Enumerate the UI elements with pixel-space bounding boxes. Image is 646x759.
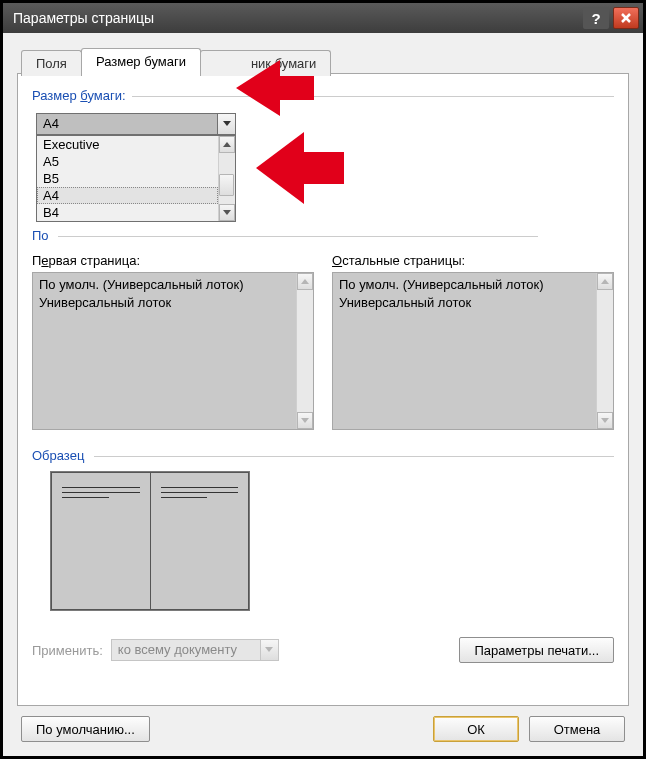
help-button[interactable]: ? [583, 7, 609, 29]
close-button[interactable] [613, 7, 639, 29]
scroll-down-button[interactable] [219, 204, 235, 221]
combo-option[interactable]: B5 [37, 170, 218, 187]
paper-size-dropdown-list[interactable]: Executive A5 B5 A4 B4 [36, 135, 236, 222]
other-pages-listbox[interactable]: По умолч. (Универсальный лоток) Универса… [332, 272, 614, 430]
svg-marker-8 [301, 418, 309, 423]
preview-page-right [150, 472, 250, 610]
ok-button[interactable]: ОК [433, 716, 519, 742]
combo-option[interactable]: B4 [37, 204, 218, 221]
chevron-down-icon [223, 210, 231, 216]
svg-marker-11 [265, 647, 273, 652]
scroll-up-button[interactable] [297, 273, 313, 290]
tab-margins[interactable]: Поля [21, 50, 82, 76]
sample-preview [50, 471, 250, 611]
sample-group: Образец [32, 448, 614, 463]
paper-size-value: A4 [37, 114, 217, 134]
tab-pane: Размер бумаги: A4 Executive A5 B5 A4 B4 [17, 73, 629, 706]
scroll-thumb[interactable] [219, 174, 234, 196]
chevron-up-icon [301, 279, 309, 285]
paper-size-label: Размер бумаги: [32, 88, 126, 103]
chevron-down-icon [601, 418, 609, 424]
annotation-arrow-icon [256, 132, 344, 204]
paper-source-columns: Первая страница: По умолч. (Универсальны… [32, 253, 614, 430]
combo-option[interactable]: Executive [37, 136, 218, 153]
apply-to-combo: ко всему документу [111, 639, 279, 661]
first-page-label: Первая страница: [32, 253, 314, 268]
list-item[interactable]: Универсальный лоток [39, 294, 290, 312]
preview-page-left [51, 472, 150, 610]
page-setup-dialog: Параметры страницы ? Поля Размер бумаги … [2, 2, 644, 757]
svg-marker-5 [223, 142, 231, 147]
apply-to-label: Применить: [32, 643, 103, 658]
svg-marker-2 [236, 60, 314, 116]
tab-paper-size[interactable]: Размер бумаги [81, 48, 201, 74]
list-item[interactable]: Универсальный лоток [339, 294, 590, 312]
scroll-up-button[interactable] [219, 136, 235, 153]
listbox-scrollbar[interactable] [596, 273, 613, 429]
paper-size-combo[interactable]: A4 [36, 113, 236, 135]
scroll-up-button[interactable] [597, 273, 613, 290]
dialog-content: Поля Размер бумаги ник бумаги Размер бум… [3, 33, 643, 756]
close-icon [620, 12, 632, 24]
scroll-down-button[interactable] [297, 412, 313, 429]
chevron-down-icon [223, 121, 231, 127]
other-pages-label: Остальные страницы: [332, 253, 614, 268]
dialog-button-row: По умолчанию... ОК Отмена [17, 706, 629, 746]
list-item[interactable]: По умолч. (Универсальный лоток) [39, 276, 290, 294]
annotation-arrow-icon [236, 60, 314, 118]
combo-option-selected[interactable]: A4 [37, 187, 218, 204]
dropdown-scrollbar[interactable] [218, 136, 235, 221]
svg-marker-7 [301, 279, 309, 284]
svg-marker-9 [601, 279, 609, 284]
tab-strip: Поля Размер бумаги ник бумаги [21, 47, 629, 73]
window-title: Параметры страницы [13, 10, 583, 26]
paper-size-group: Размер бумаги: [32, 88, 614, 103]
chevron-down-icon [301, 418, 309, 424]
apply-to-value: ко всему документу [112, 640, 260, 660]
defaults-button[interactable]: По умолчанию... [21, 716, 150, 742]
svg-marker-4 [223, 121, 231, 126]
listbox-scrollbar[interactable] [296, 273, 313, 429]
combo-dropdown-button[interactable] [217, 114, 235, 134]
combo-option[interactable]: A5 [37, 153, 218, 170]
chevron-down-icon [265, 647, 273, 653]
scroll-down-button[interactable] [597, 412, 613, 429]
titlebar: Параметры страницы ? [3, 3, 643, 33]
combo-dropdown-button [260, 640, 278, 660]
svg-marker-10 [601, 418, 609, 423]
chevron-up-icon [601, 279, 609, 285]
apply-row: Применить: ко всему документу Параметры … [32, 637, 614, 663]
first-page-listbox[interactable]: По умолч. (Универсальный лоток) Универса… [32, 272, 314, 430]
print-options-button[interactable]: Параметры печати... [459, 637, 614, 663]
svg-marker-6 [223, 210, 231, 215]
list-item[interactable]: По умолч. (Универсальный лоток) [339, 276, 590, 294]
chevron-up-icon [223, 142, 231, 148]
cancel-button[interactable]: Отмена [529, 716, 625, 742]
source-group-partial: По [32, 228, 614, 243]
svg-marker-3 [256, 132, 344, 204]
